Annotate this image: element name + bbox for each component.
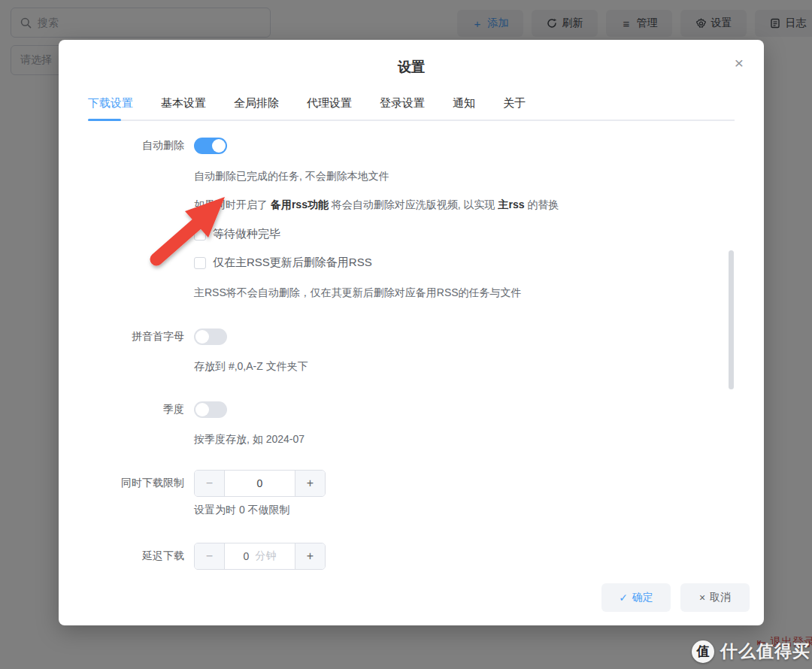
auto-delete-desc2: 如果同时开启了 备用rss功能 将会自动删除对应洗版视频, 以实现 主rss 的… bbox=[194, 198, 559, 212]
delay-download-label: 延迟下载 bbox=[59, 549, 184, 563]
plus-button[interactable]: + bbox=[295, 543, 325, 569]
check-icon: ✓ bbox=[619, 592, 628, 604]
auto-delete-desc1: 自动删除已完成的任务, 不会删除本地文件 bbox=[194, 170, 389, 183]
toggle-knob bbox=[195, 330, 209, 344]
settings-tabs: 下载设置 基本设置 全局排除 代理设置 登录设置 通知 关于 bbox=[88, 96, 735, 121]
tab-about[interactable]: 关于 bbox=[503, 96, 526, 120]
desc2-bold-main-rss: 主rss bbox=[498, 198, 524, 210]
auto-delete-toggle[interactable] bbox=[194, 138, 227, 154]
wait-seeding-checkbox[interactable] bbox=[194, 229, 206, 241]
desc2-bold-backup-rss: 备用rss功能 bbox=[271, 198, 329, 210]
toggle-knob bbox=[212, 139, 226, 153]
settings-modal: × 设置 下载设置 基本设置 全局排除 代理设置 登录设置 通知 关于 自动删除… bbox=[59, 40, 764, 625]
concurrent-limit-label: 同时下载限制 bbox=[59, 477, 184, 490]
delay-download-value[interactable]: 0 分钟 bbox=[225, 543, 295, 569]
concurrent-limit-stepper: − 0 + bbox=[194, 470, 326, 497]
tab-download-settings[interactable]: 下载设置 bbox=[88, 96, 133, 120]
tab-login-settings[interactable]: 登录设置 bbox=[380, 96, 425, 120]
pinyin-toggle[interactable] bbox=[194, 328, 227, 345]
auto-delete-label: 自动删除 bbox=[59, 139, 184, 153]
tab-proxy-settings[interactable]: 代理设置 bbox=[307, 96, 352, 120]
watermark: 值 什么值得买 bbox=[692, 640, 810, 663]
pinyin-note: 存放到 #,0,A-Z 文件夹下 bbox=[194, 360, 308, 374]
pinyin-row: 拼音首字母 bbox=[59, 328, 227, 345]
delay-download-row: 延迟下载 − 0 分钟 + bbox=[59, 543, 326, 570]
desc2-text: 如果同时开启了 bbox=[194, 198, 271, 210]
delete-after-main-rss-checkbox[interactable] bbox=[194, 257, 206, 269]
minus-button[interactable]: − bbox=[195, 471, 225, 496]
modal-scrollbar-thumb[interactable] bbox=[729, 250, 734, 389]
concurrent-limit-value[interactable]: 0 bbox=[225, 471, 295, 496]
tab-notifications[interactable]: 通知 bbox=[453, 96, 475, 120]
cancel-button-label: 取消 bbox=[710, 591, 731, 604]
delay-value: 0 bbox=[244, 550, 250, 562]
pinyin-label: 拼音首字母 bbox=[59, 330, 184, 344]
delete-after-main-rss-checkbox-row: 仅在主RSS更新后删除备用RSS bbox=[194, 256, 372, 270]
watermark-badge: 值 bbox=[692, 640, 714, 663]
watermark-text: 什么值得买 bbox=[720, 640, 810, 663]
toggle-knob bbox=[195, 403, 209, 416]
quarter-toggle[interactable] bbox=[194, 401, 227, 418]
x-icon: × bbox=[699, 592, 705, 604]
auto-delete-row: 自动删除 bbox=[59, 138, 227, 154]
quarter-label: 季度 bbox=[59, 403, 184, 416]
close-icon[interactable]: × bbox=[731, 55, 747, 71]
delay-unit: 分钟 bbox=[255, 549, 276, 563]
main-rss-note: 主RSS将不会自动删除，仅在其更新后删除对应备用RSS的任务与文件 bbox=[194, 286, 522, 300]
ok-button-label: 确定 bbox=[632, 591, 653, 604]
desc2-text: 将会自动删除对应洗版视频, 以实现 bbox=[329, 198, 498, 210]
concurrent-limit-row: 同时下载限制 − 0 + bbox=[59, 470, 326, 497]
plus-button[interactable]: + bbox=[295, 471, 325, 496]
wait-seeding-label: 等待做种完毕 bbox=[213, 227, 280, 241]
concurrent-limit-note: 设置为时 0 不做限制 bbox=[194, 504, 290, 517]
delay-download-stepper: − 0 分钟 + bbox=[194, 543, 326, 570]
cancel-button[interactable]: × 取消 bbox=[680, 583, 750, 612]
minus-button[interactable]: − bbox=[195, 543, 225, 569]
ok-button[interactable]: ✓ 确定 bbox=[601, 583, 671, 612]
tab-global-exclude[interactable]: 全局排除 bbox=[234, 96, 279, 120]
desc2-text: 的替换 bbox=[525, 198, 559, 210]
quarter-note: 按季度存放, 如 2024-07 bbox=[194, 433, 304, 447]
quarter-row: 季度 bbox=[59, 401, 227, 418]
tab-basic-settings[interactable]: 基本设置 bbox=[161, 96, 206, 120]
wait-seeding-checkbox-row: 等待做种完毕 bbox=[194, 227, 280, 241]
delete-after-main-rss-label: 仅在主RSS更新后删除备用RSS bbox=[213, 256, 372, 270]
modal-title: 设置 bbox=[59, 40, 764, 76]
